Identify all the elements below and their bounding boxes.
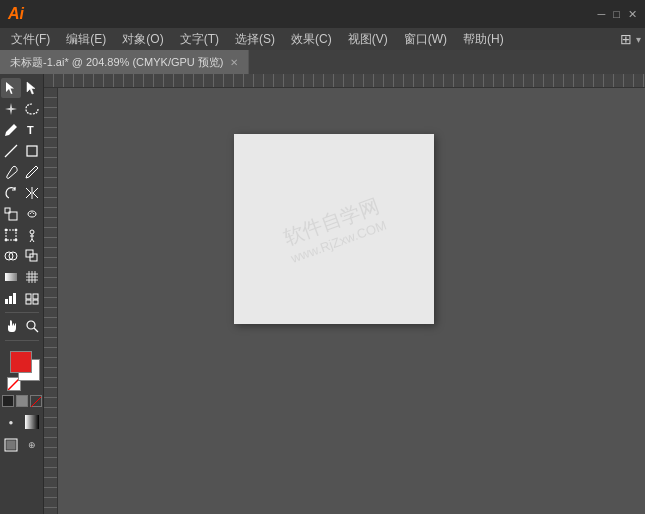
svg-rect-16: [5, 273, 17, 281]
tab-label: 未标题-1.ai* @ 204.89% (CMYK/GPU 预览): [10, 55, 224, 70]
black-swatch[interactable]: [2, 395, 14, 407]
svg-point-9: [5, 239, 7, 241]
menu-view[interactable]: 视图(V): [341, 29, 395, 50]
shape-builder-tool[interactable]: [1, 246, 21, 266]
tab-close-button[interactable]: ✕: [230, 57, 238, 68]
svg-text:T: T: [27, 124, 34, 136]
workspace-switcher[interactable]: ⊞ ▾: [620, 31, 641, 47]
svg-rect-28: [26, 300, 31, 304]
fill-swatch[interactable]: [10, 351, 32, 373]
type-tool[interactable]: T: [22, 120, 42, 140]
svg-rect-23: [5, 299, 8, 304]
svg-rect-2: [27, 146, 37, 156]
tool-row-transform: [0, 225, 43, 245]
free-transform-tool[interactable]: [1, 225, 21, 245]
svg-rect-27: [33, 294, 38, 299]
tool-row-gradient: [0, 267, 43, 287]
menu-effect[interactable]: 效果(C): [284, 29, 339, 50]
tool-row-screen-mode: ⊕: [0, 435, 43, 455]
column-graph-tool[interactable]: [22, 288, 42, 308]
tool-row-pen: T: [0, 120, 43, 140]
svg-rect-34: [25, 415, 39, 429]
scale-tool[interactable]: [1, 204, 21, 224]
reflect-tool[interactable]: [22, 183, 42, 203]
color-swatch-row: [4, 351, 40, 391]
color-mode-icon[interactable]: ●: [1, 412, 21, 432]
tool-row-line: [0, 141, 43, 161]
gradient-tool[interactable]: [1, 267, 21, 287]
pen-tool[interactable]: [1, 120, 21, 140]
toolbar: T: [0, 74, 44, 514]
svg-rect-25: [13, 293, 16, 304]
menu-help[interactable]: 帮助(H): [456, 29, 511, 50]
screen-mode-icon[interactable]: [1, 435, 21, 455]
graph-tool[interactable]: [1, 288, 21, 308]
watermark-line1: 软件自学网: [280, 192, 384, 252]
rotate-tool[interactable]: [1, 183, 21, 203]
menu-file[interactable]: 文件(F): [4, 29, 57, 50]
zoom-in-icon[interactable]: ⊕: [22, 435, 42, 455]
chevron-down-icon: ▾: [636, 34, 641, 45]
svg-point-11: [30, 230, 34, 234]
hand-tool[interactable]: [1, 316, 21, 336]
small-swatches: [2, 395, 42, 407]
warp-tool[interactable]: [22, 204, 42, 224]
mesh-tool[interactable]: [22, 267, 42, 287]
tool-row-scale: [0, 204, 43, 224]
color-area: [0, 347, 43, 409]
watermark-line2: www.RjZxw.COM: [289, 217, 388, 265]
tool-row-shape: [0, 246, 43, 266]
ruler-horizontal: [44, 74, 645, 88]
svg-point-10: [15, 239, 17, 241]
menu-type[interactable]: 文字(T): [173, 29, 226, 50]
line-tool[interactable]: [1, 141, 21, 161]
svg-rect-26: [26, 294, 31, 299]
rectangle-tool[interactable]: [22, 141, 42, 161]
tool-row-rotate: [0, 183, 43, 203]
pencil-tool[interactable]: [22, 162, 42, 182]
close-icon[interactable]: ✕: [628, 8, 637, 21]
magic-wand-tool[interactable]: [1, 99, 21, 119]
lasso-tool[interactable]: [22, 99, 42, 119]
none-swatch[interactable]: [30, 395, 42, 407]
tool-row-graph: [0, 288, 43, 308]
menu-select[interactable]: 选择(S): [228, 29, 282, 50]
menu-object[interactable]: 对象(O): [115, 29, 170, 50]
tool-row-brush: [0, 162, 43, 182]
toolbar-separator-2: [5, 340, 39, 341]
title-bar: Ai ─ □ ✕: [0, 0, 645, 28]
tool-row-color-mode: ●: [0, 412, 43, 432]
svg-rect-36: [7, 441, 15, 449]
maximize-icon[interactable]: □: [613, 8, 620, 20]
tool-row-magic: [0, 99, 43, 119]
menu-edit[interactable]: 编辑(E): [59, 29, 113, 50]
pathfinder-tool[interactable]: [22, 246, 42, 266]
minimize-icon[interactable]: ─: [598, 8, 606, 20]
gray-swatch[interactable]: [16, 395, 28, 407]
gradient-swatch-icon[interactable]: [22, 412, 42, 432]
svg-line-31: [34, 328, 38, 332]
svg-rect-6: [6, 230, 16, 240]
svg-rect-29: [33, 300, 38, 304]
ai-logo: Ai: [8, 5, 24, 23]
document-tab[interactable]: 未标题-1.ai* @ 204.89% (CMYK/GPU 预览) ✕: [0, 50, 249, 74]
artboard: 软件自学网 www.RjZxw.COM: [234, 134, 434, 324]
tool-row-hand: [0, 316, 43, 336]
direct-selection-tool[interactable]: [22, 78, 42, 98]
zoom-tool[interactable]: [22, 316, 42, 336]
ruler-vertical: [44, 88, 58, 514]
canvas-area: 软件自学网 www.RjZxw.COM: [44, 74, 645, 514]
selection-tool[interactable]: [1, 78, 21, 98]
puppet-warp-tool[interactable]: [22, 225, 42, 245]
paintbrush-tool[interactable]: [1, 162, 21, 182]
svg-point-7: [5, 229, 7, 231]
grid-icon: ⊞: [620, 31, 632, 47]
artboard-container: 软件自学网 www.RjZxw.COM: [234, 134, 434, 324]
tab-bar: 未标题-1.ai* @ 204.89% (CMYK/GPU 预览) ✕: [0, 50, 645, 74]
main-area: T: [0, 74, 645, 514]
watermark: 软件自学网 www.RjZxw.COM: [280, 192, 389, 266]
svg-line-33: [31, 397, 41, 407]
svg-rect-24: [9, 296, 12, 304]
menu-bar: 文件(F) 编辑(E) 对象(O) 文字(T) 选择(S) 效果(C) 视图(V…: [0, 28, 645, 50]
menu-window[interactable]: 窗口(W): [397, 29, 454, 50]
